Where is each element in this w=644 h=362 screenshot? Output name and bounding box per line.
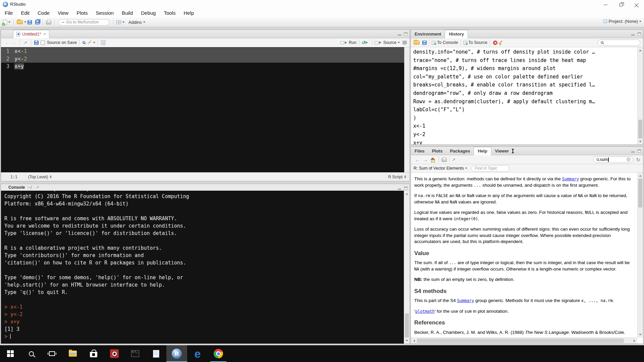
tab-untitled1[interactable]: Untitled1* × <box>13 30 49 38</box>
save-history-icon[interactable] <box>422 41 427 45</box>
taskbar-command-prompt-button[interactable]: C:\_ <box>125 345 146 362</box>
pane-minimize-button[interactable] <box>631 35 635 36</box>
scroll-down-icon[interactable] <box>638 139 643 144</box>
menu-debug[interactable]: Debug <box>137 9 160 17</box>
history-entry[interactable]: ) <box>413 114 637 122</box>
taskbar-chrome-button[interactable] <box>208 345 229 362</box>
scrollbar-thumb[interactable] <box>638 120 642 138</box>
compile-notebook-icon[interactable] <box>101 40 105 45</box>
history-entry[interactable]: dendrogram="row", # only draw a row dend… <box>413 89 637 98</box>
goto-file-function-input[interactable] <box>66 20 106 24</box>
forward-nav-icon[interactable]: → <box>11 40 16 45</box>
history-search-input[interactable] <box>604 40 638 45</box>
scroll-right-icon[interactable] <box>632 338 637 344</box>
refresh-icon[interactable]: ↻ <box>636 157 640 162</box>
tab-plots[interactable]: Plots <box>428 147 446 155</box>
taskbar-rstudio-button[interactable]: R <box>166 345 187 362</box>
menu-plots[interactable]: Plots <box>72 9 92 17</box>
console-scrollbar[interactable] <box>404 191 410 344</box>
taskbar-edge-button[interactable]: e <box>187 345 208 362</box>
history-scrollbar[interactable] <box>637 47 643 144</box>
help-search-box[interactable]: sum <box>593 157 633 163</box>
save-source-icon[interactable] <box>34 41 39 45</box>
open-file-button[interactable] <box>17 20 26 24</box>
menu-edit[interactable]: Edit <box>17 9 34 17</box>
help-print-icon[interactable] <box>441 158 447 162</box>
history-entry[interactable]: Rowv = as.dendrogram(cluster), # apply d… <box>413 98 637 106</box>
find-in-topic-input[interactable] <box>471 165 509 172</box>
workspace-panes-button[interactable] <box>116 20 124 24</box>
clear-search-icon[interactable] <box>627 158 631 162</box>
pane-maximize-button[interactable] <box>404 187 408 190</box>
print-button[interactable] <box>46 20 51 24</box>
menu-help[interactable]: Help <box>179 9 198 17</box>
help-horizontal-scrollbar[interactable] <box>411 338 637 344</box>
pane-maximize-button[interactable] <box>404 33 408 36</box>
taskbar-store-button[interactable] <box>83 345 104 362</box>
source-on-save-checkbox[interactable] <box>41 41 45 45</box>
taskbar-search-button[interactable] <box>21 345 42 362</box>
to-console-button[interactable]: To Console <box>437 40 458 45</box>
tab-viewer[interactable]: Viewer <box>491 147 513 155</box>
tab-close-icon[interactable]: × <box>43 32 46 36</box>
scroll-down-icon[interactable] <box>638 332 643 337</box>
history-entry[interactable]: labCol=c("F","L") <box>413 106 637 114</box>
load-history-icon[interactable] <box>414 41 420 45</box>
help-forward-icon[interactable]: → <box>423 157 428 162</box>
save-button[interactable] <box>28 20 32 24</box>
window-restore-button[interactable] <box>613 0 629 9</box>
run-button[interactable]: Run <box>349 40 357 45</box>
history-entry[interactable]: trace="none", # turns off trace lines in… <box>413 56 637 65</box>
remove-entries-icon[interactable] <box>493 41 497 45</box>
help-popout-icon[interactable]: ↗ <box>452 158 455 162</box>
taskbar-task-view-button[interactable] <box>42 345 62 362</box>
editor-line[interactable]: 1x<-1 <box>1 48 410 55</box>
menu-code[interactable]: Code <box>34 9 54 17</box>
find-replace-icon[interactable] <box>83 41 85 44</box>
rerun-icon[interactable]: ↺ <box>362 40 366 45</box>
document-outline-icon[interactable] <box>402 41 407 44</box>
pane-minimize-button[interactable] <box>398 35 401 36</box>
history-entry[interactable]: density.info="none", # turns off density… <box>413 48 637 56</box>
to-source-button[interactable]: To Source <box>469 40 487 45</box>
taskbar-start-button[interactable] <box>0 345 21 362</box>
taskbar-file-explorer-button[interactable] <box>62 345 83 362</box>
tab-files[interactable]: Files <box>411 147 428 155</box>
scroll-up-icon[interactable] <box>404 191 410 196</box>
history-entry[interactable]: breaks=col_breaks, # enable color transi… <box>413 81 637 89</box>
clear-history-broom-icon[interactable] <box>499 40 503 45</box>
history-entry[interactable]: #margins =c(12,9), # widens margins arou… <box>413 64 637 73</box>
history-search-box[interactable] <box>597 40 640 46</box>
menu-build[interactable]: Build <box>118 9 137 17</box>
history-entry[interactable]: y<-2 <box>413 130 637 139</box>
help-home-icon[interactable] <box>430 158 435 162</box>
tab-history[interactable]: History <box>445 30 468 38</box>
save-all-button[interactable] <box>35 20 40 24</box>
console-popout-icon[interactable]: ↗ <box>36 185 39 189</box>
pane-minimize-button[interactable] <box>398 189 401 190</box>
help-back-icon[interactable]: ← <box>415 157 420 162</box>
filetype-selector[interactable]: R Script <box>388 175 406 179</box>
window-minimize-button[interactable] <box>598 0 613 9</box>
taskbar-red-circle-app-button[interactable] <box>104 345 125 362</box>
pane-maximize-button[interactable] <box>638 33 641 36</box>
console-output[interactable]: R version 3.3.1 (2016-06-21)Copyright (C… <box>1 191 404 344</box>
help-link[interactable]: plotmath <box>415 309 435 314</box>
taskbar-notepad-button[interactable] <box>146 345 166 362</box>
scrollbar-thumb[interactable] <box>405 313 409 338</box>
goto-file-function-box[interactable]: ➞ <box>58 19 109 25</box>
scroll-left-icon[interactable] <box>412 338 416 344</box>
scroll-down-icon[interactable] <box>404 338 410 343</box>
menu-view[interactable]: View <box>54 9 72 17</box>
history-entry[interactable]: x<-1 <box>413 122 637 130</box>
help-topic-selector[interactable]: R: Sum of Vector Elements <box>414 166 467 171</box>
scope-selector[interactable]: (Top Level) <box>28 175 52 179</box>
window-close-button[interactable] <box>629 0 644 9</box>
help-vertical-scrollbar[interactable] <box>637 173 643 338</box>
scroll-up-icon[interactable] <box>638 48 643 53</box>
new-file-button[interactable] <box>3 20 10 25</box>
code-editor[interactable]: 1x<-12y<-23x+y <box>1 47 410 172</box>
editor-line[interactable]: 2y<-2 <box>1 55 410 63</box>
help-link[interactable]: Summary <box>562 177 579 181</box>
menu-session[interactable]: Session <box>92 9 118 17</box>
